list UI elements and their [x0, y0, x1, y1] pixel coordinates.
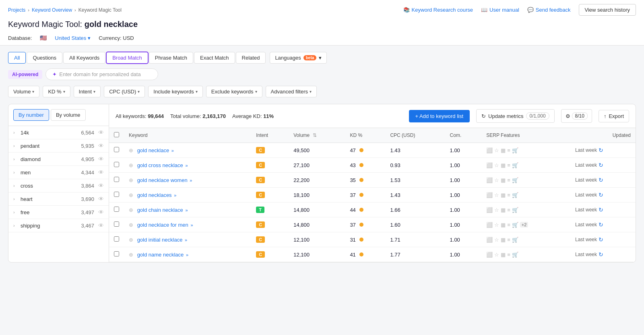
keyword-link[interactable]: gold cross necklace — [137, 162, 183, 168]
add-keyword-icon[interactable]: ⊕ — [129, 162, 133, 168]
serp-page-icon: ⬜ — [486, 177, 493, 183]
add-keyword-icon[interactable]: ⊕ — [129, 192, 133, 198]
row-checkbox[interactable] — [114, 251, 119, 256]
tab-broad-match[interactable]: Broad Match — [106, 52, 148, 64]
add-keyword-icon[interactable]: ⊕ — [129, 177, 133, 183]
list-item[interactable]: › shipping 3,467 👁 — [8, 219, 109, 232]
add-keyword-icon[interactable]: ⊕ — [129, 207, 133, 213]
keyword-expand-icon[interactable]: » — [190, 223, 193, 227]
user-manual-link[interactable]: 📖 User manual — [481, 7, 519, 13]
keyword-expand-icon[interactable]: » — [186, 252, 188, 257]
include-keywords-filter[interactable]: Include keywords ▾ — [148, 86, 202, 97]
cpc-filter[interactable]: CPC (USD) ▾ — [104, 86, 145, 97]
advanced-filters-button[interactable]: Advanced filters ▾ — [266, 86, 317, 97]
list-item[interactable]: › diamond 4,905 👁 — [8, 153, 109, 166]
row-checkbox-cell[interactable] — [109, 158, 124, 173]
add-to-keyword-list-button[interactable]: + Add to keyword list — [409, 110, 470, 122]
breadcrumb-keyword-overview[interactable]: Keyword Overview — [32, 7, 72, 13]
volume-filter[interactable]: Volume ▾ — [8, 86, 39, 97]
exclude-keywords-filter[interactable]: Exclude keywords ▾ — [206, 86, 262, 97]
row-checkbox[interactable] — [114, 236, 119, 242]
keyword-link[interactable]: gold chain necklace — [137, 207, 183, 213]
keyword-expand-icon[interactable]: » — [185, 208, 188, 213]
row-checkbox-cell[interactable] — [109, 247, 124, 262]
refresh-icon[interactable]: ↻ — [599, 236, 603, 243]
row-checkbox[interactable] — [114, 207, 119, 212]
keyword-expand-icon[interactable]: » — [185, 238, 187, 242]
by-number-toggle[interactable]: By number — [13, 109, 49, 121]
tab-related[interactable]: Related — [236, 52, 266, 64]
keyword-link[interactable]: gold necklaces — [137, 192, 172, 198]
kd-filter[interactable]: KD % ▾ — [43, 86, 70, 97]
ai-domain-input[interactable]: ✦ Enter domain for personalized data — [45, 68, 158, 80]
tab-phrase-match[interactable]: Phrase Match — [149, 52, 193, 64]
keyword-link[interactable]: gold necklace for men — [137, 222, 188, 228]
eye-icon[interactable]: 👁 — [98, 129, 104, 136]
refresh-icon[interactable]: ↻ — [599, 251, 603, 258]
by-volume-toggle[interactable]: By volume — [51, 109, 86, 121]
add-keyword-icon[interactable]: ⊕ — [129, 252, 133, 258]
view-search-history-button[interactable]: View search history — [579, 4, 636, 16]
row-checkbox-cell[interactable] — [109, 232, 124, 247]
keyword-link[interactable]: gold initial necklace — [137, 237, 183, 243]
tab-all-keywords[interactable]: All Keywords — [63, 52, 105, 64]
row-checkbox-cell[interactable] — [109, 203, 124, 217]
list-item[interactable]: › heart 3,690 👁 — [8, 192, 109, 206]
keyword-link[interactable]: gold necklace women — [137, 177, 188, 183]
select-all-checkbox[interactable] — [114, 132, 119, 137]
settings-count: 8/10 — [572, 112, 588, 120]
add-keyword-icon[interactable]: ⊕ — [129, 147, 133, 153]
keyword-expand-icon[interactable]: » — [171, 148, 174, 153]
list-item[interactable]: › pendant 5,935 👁 — [8, 139, 109, 153]
keyword-link[interactable]: gold name necklace — [137, 252, 184, 258]
row-checkbox[interactable] — [114, 147, 119, 152]
row-checkbox[interactable] — [114, 177, 119, 182]
eye-icon[interactable]: 👁 — [98, 196, 104, 202]
refresh-icon[interactable]: ↻ — [599, 177, 603, 183]
row-checkbox-cell[interactable] — [109, 173, 124, 188]
refresh-icon[interactable]: ↻ — [599, 147, 603, 153]
select-all-header[interactable] — [109, 128, 124, 143]
update-metrics-button[interactable]: ↻ Update metrics 0/1,000 — [476, 109, 554, 123]
keyword-expand-icon[interactable]: » — [190, 178, 192, 183]
refresh-icon[interactable]: ↻ — [599, 192, 603, 198]
eye-icon[interactable]: 👁 — [98, 143, 104, 149]
database-value[interactable]: United States ▾ — [55, 35, 91, 41]
languages-button[interactable]: Languages beta ▾ — [270, 52, 327, 64]
list-item[interactable]: › men 4,344 👁 — [8, 166, 109, 179]
list-item[interactable]: › free 3,497 👁 — [8, 206, 109, 219]
eye-icon[interactable]: 👁 — [98, 182, 104, 189]
settings-button[interactable]: ⚙ 8/10 — [561, 109, 592, 123]
refresh-icon[interactable]: ↻ — [599, 207, 603, 213]
refresh-icon[interactable]: ↻ — [599, 221, 603, 228]
updated-text-label: Last week — [575, 252, 597, 257]
intent-filter[interactable]: Intent ▾ — [74, 86, 101, 97]
volume-column-header[interactable]: Volume ⇅ — [289, 128, 345, 143]
tab-questions[interactable]: Questions — [27, 52, 62, 64]
send-feedback-link[interactable]: 💬 Send feedback — [527, 7, 571, 13]
eye-icon[interactable]: 👁 — [98, 222, 104, 229]
row-checkbox[interactable] — [114, 162, 119, 167]
row-checkbox[interactable] — [114, 192, 119, 197]
eye-icon[interactable]: 👁 — [98, 156, 104, 162]
row-checkbox-cell[interactable] — [109, 217, 124, 232]
keyword-research-course-link[interactable]: 📚 Keyword Research course — [403, 7, 473, 13]
row-checkbox-cell[interactable] — [109, 188, 124, 203]
tab-exact-match[interactable]: Exact Match — [194, 52, 235, 64]
eye-icon[interactable]: 👁 — [98, 169, 104, 176]
row-checkbox-cell[interactable] — [109, 143, 124, 158]
keyword-link[interactable]: gold necklace — [137, 147, 169, 153]
add-keyword-icon[interactable]: ⊕ — [129, 222, 133, 228]
list-item[interactable]: › 14k 6,564 👁 — [8, 126, 109, 139]
list-item[interactable]: › cross 3,864 👁 — [8, 179, 109, 192]
keyword-expand-icon[interactable]: » — [174, 193, 176, 198]
eye-icon[interactable]: 👁 — [98, 209, 104, 215]
row-checkbox[interactable] — [114, 221, 119, 227]
export-button[interactable]: ↑ Export — [599, 110, 629, 122]
breadcrumb-projects[interactable]: Projects — [8, 7, 25, 13]
tab-all[interactable]: All — [8, 52, 26, 64]
add-keyword-icon[interactable]: ⊕ — [129, 237, 133, 243]
keyword-expand-icon[interactable]: » — [185, 163, 188, 168]
refresh-icon[interactable]: ↻ — [599, 162, 603, 168]
filters-row: Volume ▾ KD % ▾ Intent ▾ CPC (USD) ▾ Inc… — [8, 86, 636, 97]
